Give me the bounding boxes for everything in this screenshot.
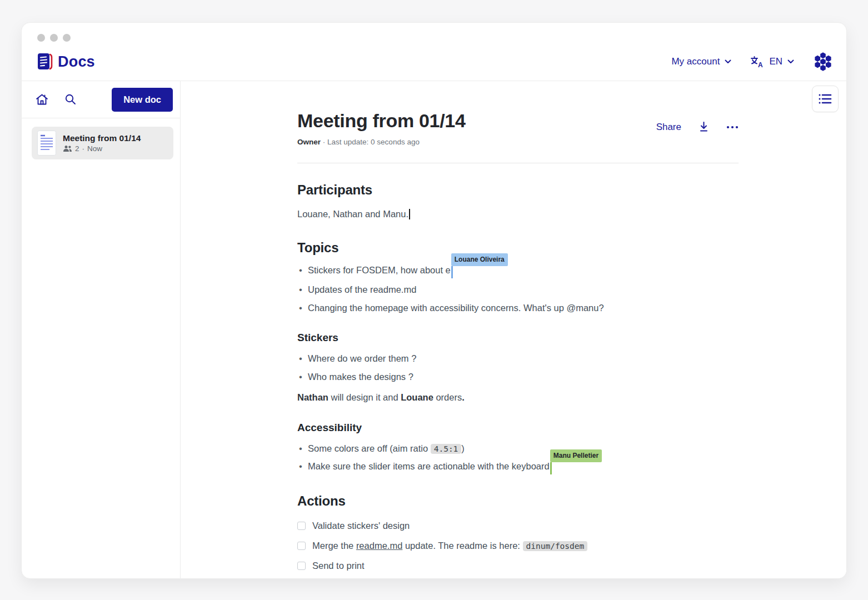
doc-text: will design it and	[328, 392, 401, 402]
doc-text: Make sure the slider items are actionabl…	[308, 461, 550, 471]
doc-checklist: Validate stickers' designMerge the readm…	[297, 519, 739, 572]
home-icon	[35, 93, 49, 106]
inline-code: dinum/fosdem	[523, 541, 588, 551]
doc-list-item: Make sure the slider items are actionabl…	[297, 459, 739, 474]
collab-cursor-manu: Manu Pelletier	[550, 462, 552, 474]
doc-text: Louane, Nathan and Manu.	[297, 209, 408, 219]
collab-cursor-label: Manu Pelletier	[550, 449, 602, 462]
sidebar: New doc	[22, 81, 181, 578]
app-title: Docs	[58, 53, 95, 71]
doc-list-item: Changing the homepage with accessibility…	[297, 301, 739, 315]
translate-icon: A	[750, 56, 764, 68]
language-selector[interactable]: A EN	[750, 56, 794, 68]
collab-cursor-label: Louane Oliveira	[451, 253, 508, 266]
doc-text-bold: .	[462, 392, 465, 402]
document-icon	[37, 131, 56, 156]
owner-badge: Owner	[297, 138, 321, 146]
members-count: 2	[75, 144, 79, 153]
docs-logo-icon	[36, 52, 53, 71]
list-summary-icon	[818, 93, 832, 105]
window-dot[interactable]	[37, 34, 45, 42]
search-icon	[64, 93, 77, 106]
my-account-menu[interactable]: My account	[671, 56, 731, 67]
language-label: EN	[769, 56, 782, 67]
doc-text: Send to print	[312, 561, 365, 571]
window-dot[interactable]	[50, 34, 58, 42]
doc-paragraph: Louane, Nathan and Manu.	[297, 207, 739, 221]
doc-list-item: Some colors are off (aim ratio 4.5:1)	[297, 442, 739, 456]
doc-checklist-item: Send to print	[297, 559, 739, 573]
doc-text: Who makes the designs ?	[308, 372, 413, 382]
doc-checklist-item: Merge the readme.md update. The readme i…	[297, 539, 739, 553]
window-controls[interactable]	[37, 34, 71, 42]
doc-updated: Now	[87, 144, 102, 153]
doc-bullet-list: Some colors are off (aim ratio 4.5:1)Mak…	[297, 442, 739, 475]
doc-heading: Topics	[297, 238, 739, 258]
checkbox[interactable]	[297, 542, 306, 550]
doc-header: Meeting from 01/14 Owner · Last update: …	[297, 110, 739, 146]
doc-list: Meeting from 01/14 2	[22, 118, 180, 159]
la-suite-apps-button[interactable]	[813, 52, 833, 71]
doc-heading: Stickers	[297, 330, 739, 346]
main-panel: Meeting from 01/14 Owner · Last update: …	[181, 81, 846, 578]
doc-text: Merge the	[312, 541, 356, 551]
doc-text: orders	[433, 392, 462, 402]
checkbox[interactable]	[297, 562, 306, 570]
home-button[interactable]	[35, 93, 49, 106]
doc-checklist-item: Validate stickers' design	[297, 519, 739, 533]
meta-separator: ·	[82, 144, 85, 153]
doc-text: )	[461, 443, 465, 453]
more-options-button[interactable]	[726, 126, 739, 129]
doc-list-item: Where do we order them ?	[297, 352, 739, 366]
search-button[interactable]	[64, 93, 77, 106]
doc-meta: Owner · Last update: 0 seconds ago	[297, 138, 466, 146]
doc-text: Validate stickers' design	[312, 521, 410, 531]
checklist-label: Send to print	[312, 559, 365, 573]
doc-text: Updates of the readme.md	[308, 284, 416, 294]
svg-text:A: A	[758, 61, 763, 68]
share-button[interactable]: Share	[656, 122, 681, 133]
doc-text: Stickers for FOSDEM, how about e	[308, 265, 451, 275]
new-doc-button[interactable]: New doc	[112, 88, 173, 112]
chevron-down-icon	[787, 59, 794, 64]
doc-heading: Participants	[297, 180, 739, 200]
doc-divider	[297, 163, 739, 163]
doc-list-item: Updates of the readme.md	[297, 283, 739, 297]
doc-link[interactable]: readme.md	[356, 541, 402, 551]
chevron-down-icon	[725, 59, 731, 64]
doc-heading: Actions	[297, 491, 739, 511]
download-icon	[698, 121, 710, 133]
doc-text-bold: Louane	[401, 392, 433, 402]
checklist-label: Validate stickers' design	[312, 519, 410, 533]
table-of-contents-button[interactable]	[812, 86, 839, 112]
hexagon-grid-icon	[813, 52, 833, 71]
doc-text-bold: Nathan	[297, 392, 328, 402]
my-account-label: My account	[671, 56, 720, 67]
doc-list-item[interactable]: Meeting from 01/14 2	[32, 127, 173, 159]
download-button[interactable]	[698, 121, 710, 133]
doc-heading: Accessibility	[297, 420, 739, 436]
last-update: Last update: 0 seconds ago	[327, 138, 420, 146]
doc-list-item: Who makes the designs ?	[297, 370, 739, 384]
doc-bullet-list: Stickers for FOSDEM, how about eLouane O…	[297, 263, 739, 315]
ellipsis-icon	[726, 126, 739, 129]
text-caret	[409, 209, 410, 219]
doc-paragraph: Nathan will design it and Louane orders.	[297, 391, 739, 404]
doc-list-item: Stickers for FOSDEM, how about eLouane O…	[297, 263, 739, 278]
app-logo[interactable]: Docs	[36, 52, 95, 71]
doc-editor[interactable]: ParticipantsLouane, Nathan and Manu.Topi…	[297, 180, 739, 578]
window-dot[interactable]	[63, 34, 71, 42]
app-header: Docs My account A	[22, 23, 846, 81]
doc-text: Changing the homepage with accessibility…	[308, 303, 604, 313]
app-window: Docs My account A	[21, 22, 847, 579]
doc-title: Meeting from 01/14	[297, 110, 466, 132]
doc-text: Some colors are off (aim ratio	[308, 443, 431, 453]
collab-cursor-louane: Louane Oliveira	[451, 266, 453, 278]
doc-text: update. The readme is here:	[402, 541, 522, 551]
doc-text: Where do we order them ?	[308, 353, 416, 363]
checkbox[interactable]	[297, 522, 306, 530]
members-icon	[63, 145, 72, 152]
doc-bullet-list: Where do we order them ?Who makes the de…	[297, 352, 739, 384]
doc-item-title: Meeting from 01/14	[63, 133, 141, 143]
checklist-label: Merge the readme.md update. The readme i…	[312, 539, 587, 553]
